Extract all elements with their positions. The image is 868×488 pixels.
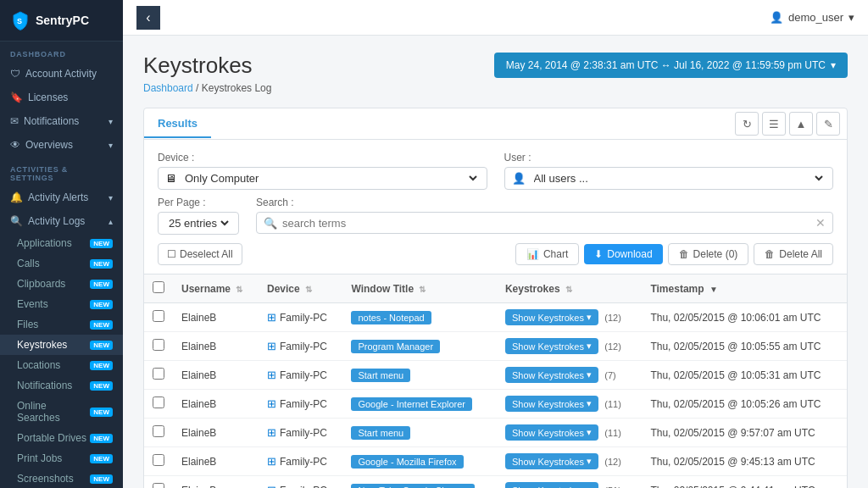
sidebar-sub-item-keystrokes[interactable]: Keystrokes NEW: [0, 335, 123, 355]
table-container: Username ⇅ Device ⇅ Window Title ⇅ Keyst…: [144, 274, 847, 488]
delete-button[interactable]: 🗑 Delete (0): [668, 243, 749, 265]
select-all-checkbox[interactable]: [153, 281, 164, 293]
sort-icon[interactable]: ⇅: [419, 285, 426, 294]
keystrokes-header: Keystrokes ⇅: [497, 274, 643, 303]
chevron-down-icon: ▾: [587, 341, 592, 352]
download-button[interactable]: ⬇ Download: [584, 244, 662, 264]
sidebar-sub-item-notifications-log[interactable]: Notifications NEW: [0, 375, 123, 396]
user-select[interactable]: All users ...: [531, 171, 826, 186]
device-name: Family-PC: [280, 485, 327, 489]
sidebar-sub-item-events[interactable]: Events NEW: [0, 294, 123, 314]
row-checkbox-cell[interactable]: [144, 390, 173, 419]
row-checkbox[interactable]: [153, 425, 164, 437]
window-title-badge: Start menu: [351, 369, 410, 382]
sidebar-item-overviews[interactable]: 👁 Overviews ▾: [0, 133, 123, 157]
table-header: Username ⇅ Device ⇅ Window Title ⇅ Keyst…: [144, 274, 847, 303]
username-cell: ElaineB: [173, 361, 259, 390]
chevron-down-icon: ▾: [831, 59, 836, 71]
sort-icon[interactable]: ▼: [709, 285, 718, 294]
row-checkbox-cell[interactable]: [144, 361, 173, 390]
sidebar-item-activity-logs[interactable]: 🔍 Activity Logs ▴: [0, 209, 123, 233]
row-checkbox[interactable]: [153, 339, 164, 351]
keystrokes-cell: Show Keystrokes ▾ (12): [497, 332, 643, 361]
row-checkbox-cell[interactable]: [144, 447, 173, 476]
sidebar-sub-item-portable-drives[interactable]: Portable Drives NEW: [0, 428, 123, 448]
sidebar-item-notifications[interactable]: ✉ Notifications ▾: [0, 109, 123, 133]
row-checkbox[interactable]: [153, 368, 164, 380]
delete-all-button[interactable]: 🗑 Delete All: [754, 243, 833, 265]
action-row: ☐ Deselect All 📊 Chart ⬇ Download 🗑 Dele…: [144, 235, 847, 274]
sort-icon[interactable]: ⇅: [565, 285, 572, 294]
row-checkbox-cell[interactable]: [144, 303, 173, 332]
edit-button[interactable]: ✎: [816, 112, 840, 136]
eye-icon: 👁: [10, 139, 20, 151]
show-keystrokes-button[interactable]: Show Keystrokes ▾: [505, 309, 598, 325]
sidebar-sub-item-online-searches[interactable]: Online Searches NEW: [0, 396, 123, 428]
row-checkbox-cell[interactable]: [144, 476, 173, 489]
deselect-all-button[interactable]: ☐ Deselect All: [158, 243, 242, 265]
row-checkbox[interactable]: [153, 396, 164, 408]
date-range-button[interactable]: May 24, 2014 @ 2:38:31 am UTC ↔ Jul 16, …: [494, 53, 848, 78]
sidebar-sub-item-applications[interactable]: Applications NEW: [0, 233, 123, 253]
table-row: ElaineB ⊞ Family-PC notes - Notepad Show…: [144, 303, 847, 332]
new-badge: NEW: [90, 474, 113, 484]
per-page-select[interactable]: 25 entries: [165, 216, 231, 230]
search-input[interactable]: [282, 217, 810, 230]
show-keystrokes-button[interactable]: Show Keystrokes ▾: [505, 338, 598, 354]
sidebar-sub-item-clipboards[interactable]: Clipboards NEW: [0, 274, 123, 294]
show-keystrokes-button[interactable]: Show Keystrokes ▾: [505, 367, 598, 383]
refresh-button[interactable]: ↻: [735, 112, 759, 136]
select-all-header[interactable]: [144, 274, 173, 303]
sub-item-label: Applications: [17, 237, 72, 249]
sidebar-sub-item-print-jobs[interactable]: Print Jobs NEW: [0, 448, 123, 469]
svg-text:S: S: [17, 17, 22, 25]
show-keystrokes-button[interactable]: Show Keystrokes ▾: [505, 482, 598, 488]
row-checkbox-cell[interactable]: [144, 419, 173, 447]
username-header: Username ⇅: [173, 274, 259, 303]
breadcrumb-home[interactable]: Dashboard: [143, 82, 193, 94]
collapse-button[interactable]: ▲: [789, 112, 813, 136]
results-header-row: Results ↻ ☰ ▲ ✎: [144, 108, 847, 140]
user-menu[interactable]: 👤 demo_user ▾: [770, 11, 854, 24]
chevron-down-icon: ▾: [587, 456, 592, 467]
mail-icon: ✉: [10, 115, 19, 127]
sub-item-label: Screenshots: [17, 473, 74, 485]
sidebar-item-account-activity[interactable]: 🛡 Account Activity: [0, 62, 123, 86]
row-checkbox[interactable]: [153, 310, 164, 322]
username-cell: ElaineB: [173, 332, 259, 361]
app-name: SentryPC: [36, 14, 89, 27]
sidebar-sub-item-locations[interactable]: Locations NEW: [0, 355, 123, 375]
user-icon: 👤: [770, 11, 783, 24]
sidebar-item-licenses[interactable]: 🔖 Licenses: [0, 86, 123, 109]
sidebar-item-activity-alerts[interactable]: 🔔 Activity Alerts ▾: [0, 186, 123, 209]
sort-icon[interactable]: ⇅: [236, 285, 242, 294]
sidebar-item-label: Overviews: [25, 139, 73, 151]
chevron-down-icon: ▾: [108, 141, 113, 150]
chevron-down-icon: ▾: [587, 398, 592, 409]
show-keystrokes-button[interactable]: Show Keystrokes ▾: [505, 396, 598, 412]
keystrokes-table: Username ⇅ Device ⇅ Window Title ⇅ Keyst…: [144, 274, 847, 488]
device-select[interactable]: Only Computer: [181, 171, 480, 186]
keystrokes-count: (11): [604, 399, 621, 409]
sidebar-sub-item-files[interactable]: Files NEW: [0, 314, 123, 335]
window-title-cell: Start menu: [342, 419, 496, 447]
clear-search-button[interactable]: ✕: [815, 216, 826, 230]
row-checkbox[interactable]: [153, 454, 164, 466]
show-keystrokes-button[interactable]: Show Keystrokes ▾: [505, 453, 598, 469]
device-cell: ⊞ Family-PC: [259, 476, 342, 489]
device-cell: ⊞ Family-PC: [259, 361, 342, 390]
chevron-down-icon: ▾: [587, 485, 592, 488]
sidebar-toggle-button[interactable]: ‹: [136, 6, 160, 30]
chart-button[interactable]: 📊 Chart: [515, 243, 579, 265]
row-checkbox[interactable]: [153, 483, 164, 488]
show-keystrokes-button[interactable]: Show Keystrokes ▾: [505, 424, 598, 441]
row-checkbox-cell[interactable]: [144, 332, 173, 361]
list-view-button[interactable]: ☰: [762, 112, 786, 136]
sidebar-sub-item-calls[interactable]: Calls NEW: [0, 253, 123, 274]
new-badge: NEW: [90, 320, 113, 330]
tab-results[interactable]: Results: [144, 110, 211, 138]
app-logo: S SentryPC: [0, 0, 123, 42]
sort-icon[interactable]: ⇅: [305, 285, 312, 294]
keystrokes-count: (7): [604, 370, 615, 380]
sidebar-sub-item-screenshots[interactable]: Screenshots NEW: [0, 469, 123, 488]
